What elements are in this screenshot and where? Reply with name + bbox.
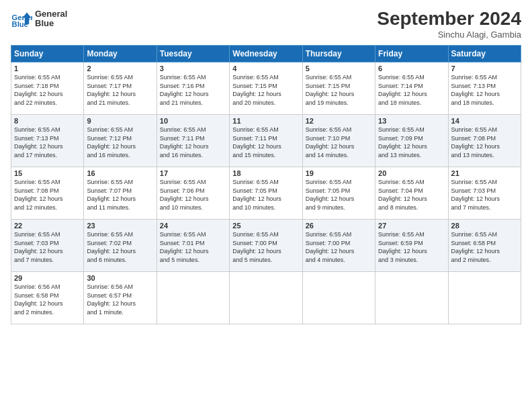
day-info: Sunrise: 6:55 AM Sunset: 7:11 PM Dayligh… <box>160 126 226 159</box>
weekday-header-row: SundayMondayTuesdayWednesdayThursdayFrid… <box>11 46 521 62</box>
logo-line2: Blue <box>35 19 67 28</box>
day-number: 10 <box>160 117 226 125</box>
day-info: Sunrise: 6:55 AM Sunset: 6:58 PM Dayligh… <box>451 230 518 264</box>
calendar-cell <box>375 272 448 324</box>
day-info: Sunrise: 6:55 AM Sunset: 7:14 PM Dayligh… <box>378 73 445 107</box>
calendar-page: General Blue General Blue September 2024… <box>0 0 532 411</box>
day-info: Sunrise: 6:55 AM Sunset: 7:01 PM Dayligh… <box>160 230 226 264</box>
calendar-cell: 26Sunrise: 6:55 AM Sunset: 7:00 PM Dayli… <box>302 220 375 272</box>
day-number: 11 <box>232 117 299 125</box>
day-number: 14 <box>451 117 518 125</box>
calendar-cell <box>302 272 375 324</box>
calendar-cell: 4Sunrise: 6:55 AM Sunset: 7:15 PM Daylig… <box>230 62 302 115</box>
month-title: September 2024 <box>377 8 521 30</box>
day-info: Sunrise: 6:55 AM Sunset: 7:18 PM Dayligh… <box>14 73 81 107</box>
day-info: Sunrise: 6:55 AM Sunset: 7:05 PM Dayligh… <box>306 178 372 212</box>
calendar-cell <box>157 272 229 324</box>
day-number: 1 <box>14 64 81 73</box>
calendar-cell: 7Sunrise: 6:55 AM Sunset: 7:13 PM Daylig… <box>448 62 521 115</box>
day-info: Sunrise: 6:55 AM Sunset: 7:12 PM Dayligh… <box>87 126 153 159</box>
day-number: 30 <box>87 274 153 282</box>
weekday-header: Monday <box>84 46 157 62</box>
calendar-cell: 3Sunrise: 6:55 AM Sunset: 7:16 PM Daylig… <box>157 62 229 115</box>
day-info: Sunrise: 6:55 AM Sunset: 7:13 PM Dayligh… <box>451 73 518 107</box>
weekday-header: Thursday <box>302 46 375 62</box>
logo: General Blue General Blue <box>11 8 67 30</box>
calendar-cell: 23Sunrise: 6:55 AM Sunset: 7:02 PM Dayli… <box>84 220 157 272</box>
calendar-cell: 5Sunrise: 6:55 AM Sunset: 7:15 PM Daylig… <box>302 62 375 115</box>
day-info: Sunrise: 6:55 AM Sunset: 7:09 PM Dayligh… <box>378 126 445 159</box>
weekday-header: Wednesday <box>230 46 302 62</box>
calendar-cell: 17Sunrise: 6:55 AM Sunset: 7:06 PM Dayli… <box>157 167 229 220</box>
day-info: Sunrise: 6:55 AM Sunset: 7:04 PM Dayligh… <box>378 178 445 212</box>
day-number: 28 <box>451 222 518 230</box>
calendar-cell: 19Sunrise: 6:55 AM Sunset: 7:05 PM Dayli… <box>302 167 375 220</box>
day-number: 24 <box>160 222 226 230</box>
calendar-cell: 25Sunrise: 6:55 AM Sunset: 7:00 PM Dayli… <box>230 220 302 272</box>
title-area: September 2024 Sinchu Alagi, Gambia <box>377 8 521 40</box>
day-number: 17 <box>160 169 226 177</box>
calendar-cell: 12Sunrise: 6:55 AM Sunset: 7:10 PM Dayli… <box>302 115 375 167</box>
day-info: Sunrise: 6:55 AM Sunset: 7:13 PM Dayligh… <box>14 126 81 159</box>
calendar-cell: 27Sunrise: 6:55 AM Sunset: 6:59 PM Dayli… <box>375 220 448 272</box>
day-number: 3 <box>160 64 226 73</box>
day-info: Sunrise: 6:55 AM Sunset: 6:59 PM Dayligh… <box>378 230 445 264</box>
day-info: Sunrise: 6:55 AM Sunset: 7:06 PM Dayligh… <box>160 178 226 212</box>
calendar-cell: 29Sunrise: 6:56 AM Sunset: 6:58 PM Dayli… <box>11 272 84 324</box>
logo-line1: General <box>35 9 67 19</box>
day-info: Sunrise: 6:55 AM Sunset: 7:10 PM Dayligh… <box>306 126 372 159</box>
calendar-week-row: 15Sunrise: 6:55 AM Sunset: 7:08 PM Dayli… <box>11 167 521 220</box>
day-number: 8 <box>14 117 81 125</box>
calendar-cell: 20Sunrise: 6:55 AM Sunset: 7:04 PM Dayli… <box>375 167 448 220</box>
day-number: 27 <box>378 222 445 230</box>
day-info: Sunrise: 6:55 AM Sunset: 7:03 PM Dayligh… <box>451 178 518 212</box>
weekday-header: Tuesday <box>157 46 229 62</box>
day-info: Sunrise: 6:55 AM Sunset: 7:11 PM Dayligh… <box>232 126 299 159</box>
calendar-cell: 1Sunrise: 6:55 AM Sunset: 7:18 PM Daylig… <box>11 62 84 115</box>
calendar-cell: 11Sunrise: 6:55 AM Sunset: 7:11 PM Dayli… <box>230 115 302 167</box>
calendar-cell: 2Sunrise: 6:55 AM Sunset: 7:17 PM Daylig… <box>84 62 157 115</box>
calendar-cell: 18Sunrise: 6:55 AM Sunset: 7:05 PM Dayli… <box>230 167 302 220</box>
day-number: 16 <box>87 169 153 177</box>
location: Sinchu Alagi, Gambia <box>377 30 521 40</box>
calendar-week-row: 22Sunrise: 6:55 AM Sunset: 7:03 PM Dayli… <box>11 220 521 272</box>
calendar-week-row: 8Sunrise: 6:55 AM Sunset: 7:13 PM Daylig… <box>11 115 521 167</box>
day-number: 29 <box>14 274 81 282</box>
calendar-cell: 28Sunrise: 6:55 AM Sunset: 6:58 PM Dayli… <box>448 220 521 272</box>
calendar-week-row: 1Sunrise: 6:55 AM Sunset: 7:18 PM Daylig… <box>11 62 521 115</box>
calendar-cell: 8Sunrise: 6:55 AM Sunset: 7:13 PM Daylig… <box>11 115 84 167</box>
day-number: 18 <box>232 169 299 177</box>
day-info: Sunrise: 6:55 AM Sunset: 7:00 PM Dayligh… <box>232 230 299 264</box>
day-number: 13 <box>378 117 445 125</box>
day-info: Sunrise: 6:55 AM Sunset: 7:00 PM Dayligh… <box>306 230 372 264</box>
day-number: 26 <box>306 222 372 230</box>
calendar-cell: 14Sunrise: 6:55 AM Sunset: 7:08 PM Dayli… <box>448 115 521 167</box>
day-number: 12 <box>306 117 372 125</box>
calendar-cell <box>448 272 521 324</box>
day-info: Sunrise: 6:55 AM Sunset: 7:02 PM Dayligh… <box>87 230 153 264</box>
day-number: 15 <box>14 169 81 177</box>
day-info: Sunrise: 6:55 AM Sunset: 7:16 PM Dayligh… <box>160 73 226 107</box>
day-info: Sunrise: 6:55 AM Sunset: 7:17 PM Dayligh… <box>87 73 153 107</box>
calendar-cell <box>230 272 302 324</box>
logo-icon: General Blue <box>11 8 32 30</box>
day-number: 5 <box>306 64 372 73</box>
day-info: Sunrise: 6:56 AM Sunset: 6:58 PM Dayligh… <box>14 283 81 316</box>
calendar-cell: 21Sunrise: 6:55 AM Sunset: 7:03 PM Dayli… <box>448 167 521 220</box>
day-number: 22 <box>14 222 81 230</box>
weekday-header: Saturday <box>448 46 521 62</box>
day-number: 9 <box>87 117 153 125</box>
day-number: 2 <box>87 64 153 73</box>
day-info: Sunrise: 6:55 AM Sunset: 7:15 PM Dayligh… <box>306 73 372 107</box>
day-number: 25 <box>232 222 299 230</box>
day-info: Sunrise: 6:55 AM Sunset: 7:07 PM Dayligh… <box>87 178 153 212</box>
weekday-header: Friday <box>375 46 448 62</box>
day-number: 19 <box>306 169 372 177</box>
day-info: Sunrise: 6:55 AM Sunset: 7:03 PM Dayligh… <box>14 230 81 264</box>
day-number: 20 <box>378 169 445 177</box>
day-info: Sunrise: 6:55 AM Sunset: 7:08 PM Dayligh… <box>451 126 518 159</box>
day-number: 4 <box>232 64 299 73</box>
day-info: Sunrise: 6:55 AM Sunset: 7:05 PM Dayligh… <box>232 178 299 212</box>
page-header: General Blue General Blue September 2024… <box>11 8 521 40</box>
calendar-cell: 13Sunrise: 6:55 AM Sunset: 7:09 PM Dayli… <box>375 115 448 167</box>
